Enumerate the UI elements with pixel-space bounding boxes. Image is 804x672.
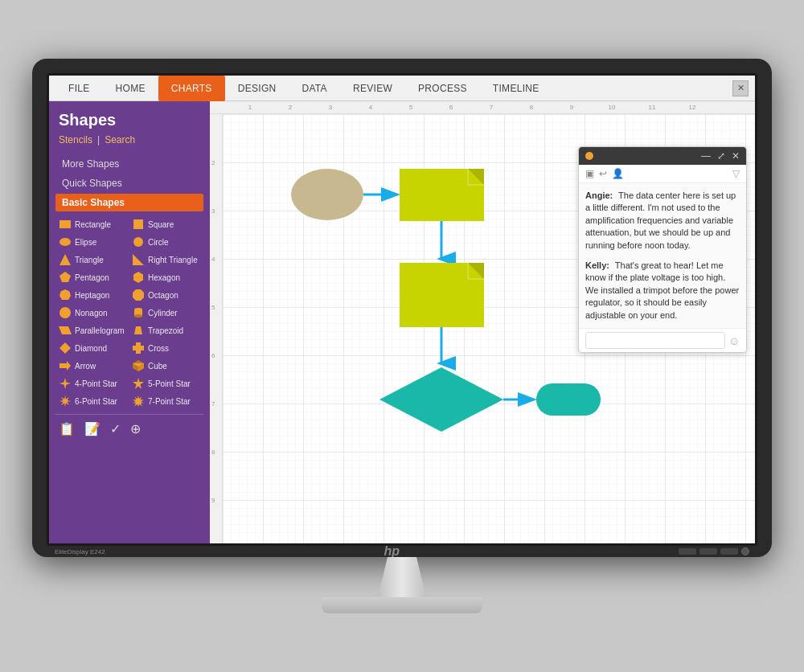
svg-point-2 <box>59 238 71 246</box>
svg-marker-19 <box>59 361 71 371</box>
shapes-row-8: Diamond Cross <box>55 342 203 354</box>
shape-pentagon-label: Pentagon <box>75 273 109 282</box>
monitor-power-button[interactable] <box>741 547 749 555</box>
canvas-area[interactable]: 1 2 3 4 5 6 7 8 9 10 11 12 <box>210 101 755 543</box>
monitor-stand-base <box>322 597 482 613</box>
svg-rect-31 <box>400 169 484 221</box>
tab-process[interactable]: PROCESS <box>405 76 480 101</box>
shape-circle-label: Circle <box>148 238 169 247</box>
chat-sender-angie: Angie: <box>585 191 613 200</box>
shape-heptagon-label: Heptagon <box>75 291 109 300</box>
shape-heptagon[interactable]: Heptagon <box>59 289 127 301</box>
shape-cube[interactable]: Cube <box>132 359 200 372</box>
main-layout: Shapes Stencils | Search More Shapes Qui… <box>49 101 755 543</box>
shape-rectangle[interactable]: Rectangle <box>59 218 127 231</box>
shape-trapezoid[interactable]: Trapezoid <box>132 324 200 337</box>
chat-refresh-icon[interactable]: ↩ <box>599 168 607 179</box>
tab-timeline[interactable]: TIMELINE <box>480 76 552 101</box>
shape-5point-star[interactable]: 5-Point Star <box>132 377 200 390</box>
svg-rect-36 <box>400 263 484 327</box>
svg-marker-4 <box>59 254 71 265</box>
svg-marker-9 <box>133 289 144 301</box>
stencils-link[interactable]: Stencils <box>59 134 92 145</box>
tab-file[interactable]: FILE <box>55 76 103 101</box>
svg-marker-15 <box>59 326 72 334</box>
chat-message-2: Kelly: That's great to hear! Let me know… <box>585 260 740 322</box>
ruler-left-mark-8: 8 <box>211 449 215 456</box>
shape-parallelogram[interactable]: Parallelogram <box>59 324 127 337</box>
shapes-row-5: Heptagon Octagon <box>55 289 203 301</box>
shape-diamond[interactable]: Diamond <box>59 342 127 354</box>
shape-4point-star[interactable]: 4-Point Star <box>59 377 127 390</box>
ruler-top: 1 2 3 4 5 6 7 8 9 10 11 12 <box>210 101 755 114</box>
sidebar-icon-target[interactable]: ⊕ <box>130 421 141 436</box>
close-button[interactable]: ✕ <box>732 80 749 96</box>
svg-marker-7 <box>133 272 143 283</box>
chat-video-icon[interactable]: ▣ <box>585 168 594 179</box>
chat-emoji-button[interactable]: ☺ <box>728 334 740 347</box>
grid-area[interactable]: — ⤢ ✕ ▣ ↩ 👤 ▽ <box>223 114 755 543</box>
ruler-mark-4: 4 <box>369 104 372 111</box>
monitor-wrapper: FILE HOME CHARTS DESIGN DATA REVIEW PROC… <box>32 59 772 613</box>
shape-triangle[interactable]: Triangle <box>59 253 127 266</box>
monitor-button-3[interactable] <box>720 548 738 555</box>
shapes-row-6: Nonagon Cylinder <box>55 306 203 319</box>
chat-minimize-button[interactable]: — <box>701 150 711 162</box>
ruler-left-mark-9: 9 <box>211 497 215 504</box>
hp-logo: hp <box>384 544 400 559</box>
tab-data[interactable]: DATA <box>289 76 339 101</box>
basic-shapes-item[interactable]: Basic Shapes <box>55 194 203 211</box>
chat-close-button[interactable]: ✕ <box>732 150 740 162</box>
monitor-brand-label: EliteDisplay E242 <box>55 548 105 555</box>
sidebar-icon-check[interactable]: ✓ <box>110 421 121 436</box>
shape-right-triangle[interactable]: Right Triangle <box>132 253 200 266</box>
link-separator: | <box>97 134 100 145</box>
shape-ellipse[interactable]: Elipse <box>59 236 127 248</box>
monitor-button-1[interactable] <box>679 548 696 555</box>
shape-circle[interactable]: Circle <box>132 236 200 248</box>
chat-expand-button[interactable]: ⤢ <box>717 150 725 162</box>
search-link[interactable]: Search <box>105 134 135 145</box>
quick-shapes-item[interactable]: Quick Shapes <box>55 174 203 192</box>
shape-arrow-label: Arrow <box>75 362 96 371</box>
monitor-button-2[interactable] <box>699 548 717 555</box>
chat-input[interactable] <box>585 332 725 349</box>
canvas-content: 2 3 4 5 6 7 8 9 <box>210 114 755 543</box>
tab-review[interactable]: REVIEW <box>340 76 405 101</box>
ruler-mark-1: 1 <box>248 104 252 111</box>
ruler-left-mark-3: 3 <box>211 207 215 215</box>
shape-nonagon[interactable]: Nonagon <box>59 306 127 319</box>
chat-user-icon[interactable]: 👤 <box>612 168 624 179</box>
shape-pentagon[interactable]: Pentagon <box>59 271 127 284</box>
shape-cylinder[interactable]: Cylinder <box>132 306 200 319</box>
ruler-mark-7: 7 <box>490 104 493 111</box>
ruler-left-mark-5: 5 <box>211 304 215 311</box>
shape-arrow[interactable]: Arrow <box>59 359 127 372</box>
ruler-left-mark-7: 7 <box>211 400 215 408</box>
svg-marker-16 <box>134 326 142 334</box>
chat-messages: Angie: The data center here is set up a … <box>579 183 746 328</box>
ruler-left-mark-6: 6 <box>211 352 215 359</box>
shape-hexagon[interactable]: Hexagon <box>132 271 200 284</box>
chat-panel: — ⤢ ✕ ▣ ↩ 👤 ▽ <box>578 146 747 353</box>
shape-cross[interactable]: Cross <box>132 342 200 354</box>
svg-rect-0 <box>59 220 71 228</box>
monitor-stand-neck <box>378 557 426 597</box>
monitor-screen: FILE HOME CHARTS DESIGN DATA REVIEW PROC… <box>47 73 757 546</box>
tab-home[interactable]: HOME <box>103 76 158 101</box>
more-shapes-item[interactable]: More Shapes <box>55 155 203 173</box>
shape-triangle-label: Triangle <box>75 256 104 264</box>
tab-design[interactable]: DESIGN <box>225 76 289 101</box>
chat-more-icon[interactable]: ▽ <box>732 168 740 179</box>
sidebar-icon-notes[interactable]: 📝 <box>84 421 100 436</box>
shape-6point-star-label: 6-Point Star <box>75 397 117 406</box>
shape-6point-star[interactable]: 6-Point Star <box>59 395 127 408</box>
sidebar-icon-clipboard[interactable]: 📋 <box>59 421 75 436</box>
svg-marker-8 <box>59 289 71 300</box>
shape-7point-star[interactable]: 7-Point Star <box>132 395 200 408</box>
tab-charts[interactable]: CHARTS <box>158 76 225 101</box>
shape-square[interactable]: Square <box>132 218 200 231</box>
shape-octagon[interactable]: Octagon <box>132 289 200 301</box>
shape-hexagon-label: Hexagon <box>148 273 180 282</box>
ruler-mark-8: 8 <box>530 104 533 111</box>
